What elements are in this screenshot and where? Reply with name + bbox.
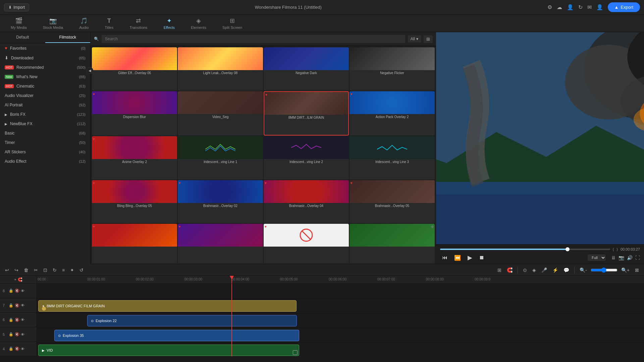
track-visible-5[interactable]: 👁 [21, 332, 24, 337]
magnet-top-button[interactable]: 🧲 [18, 277, 22, 282]
clip-vid[interactable]: ▶ VID [38, 345, 299, 356]
track-mute-5[interactable]: 🔇 [15, 332, 19, 337]
track-lock-5[interactable]: 🔒 [9, 332, 13, 337]
sidebar-item-whats-new[interactable]: New What's New (88) [0, 72, 90, 82]
sidebar-item-favorites[interactable]: ♥ Favorites (0) [0, 43, 90, 53]
sidebar-item-boris-fx[interactable]: ▶ Boris FX (123) [0, 110, 90, 119]
step-back-button[interactable]: ⏮ [440, 254, 449, 261]
sidebar-item-newblue-fx[interactable]: ▶ NewBlue FX (112) [0, 119, 90, 128]
effect-negflicker[interactable]: Negative Flicker [350, 47, 435, 91]
clip-explosion35-v2[interactable]: ⊙ Explosion 35 [54, 330, 299, 341]
zoom-slider[interactable] [591, 267, 618, 273]
effect-iridescent1[interactable]: Iridescent...ving Line 1 [178, 136, 263, 179]
export-button[interactable]: ▲ Export [608, 2, 640, 12]
sidebar-item-ar-stickers[interactable]: AR Stickers (40) [0, 147, 90, 157]
refresh-icon[interactable]: ↻ [578, 4, 583, 10]
track-lock-8[interactable]: 🔒 [9, 289, 13, 293]
scene-detect-button[interactable]: ⊙ [521, 267, 529, 273]
search-input[interactable] [102, 35, 405, 43]
track-mute-6[interactable]: 🔇 [15, 318, 19, 322]
add-track-button[interactable]: ⊞ [496, 267, 503, 273]
fit-button[interactable]: ⊠ [633, 267, 641, 273]
tab-split-screen[interactable]: ⊞ Split Screen [220, 16, 245, 31]
effect-videoseg[interactable]: Video_Seg [178, 91, 263, 136]
cut-button[interactable]: ✂ [32, 267, 40, 273]
effect-anime[interactable]: ♥ Anime Overlay 2 [92, 136, 177, 179]
undo-button[interactable]: ↩ [3, 267, 11, 273]
effect-brahmastr5[interactable]: ♥ Brahmastr...Overlay 05 [350, 180, 435, 223]
play-back-button[interactable]: ⏪ [452, 254, 463, 262]
left-tab-default[interactable]: Default [0, 32, 45, 43]
tab-transitions[interactable]: ⇄ Transitions [127, 16, 150, 31]
camera-icon[interactable]: 📷 [619, 255, 624, 260]
loop-button[interactable]: ↻ [51, 267, 58, 273]
effect-row5d[interactable]: ✛ [350, 224, 435, 263]
tab-my-media[interactable]: 🎬 My Media [8, 16, 30, 31]
monitor-icon[interactable]: 🖥 [611, 255, 616, 260]
magnet-button[interactable]: 🧲 [505, 267, 514, 273]
stop-button[interactable]: ⏹ [477, 254, 486, 261]
sidebar-item-audio-effect[interactable]: Audio Effect (12) [0, 157, 90, 166]
sidebar-item-audio-visualizer[interactable]: Audio Visualizer (25) [0, 91, 90, 100]
filter-dropdown[interactable]: All ▾ [408, 35, 421, 43]
tab-stock-media[interactable]: 📷 Stock Media [40, 16, 66, 31]
effect-glitter[interactable]: Glitter Eff...Overlay 06 [92, 47, 177, 91]
motion-button[interactable]: ↺ [78, 267, 85, 273]
track-mute-8[interactable]: 🔇 [15, 289, 19, 293]
effect-row5c[interactable]: ♥ [264, 224, 349, 263]
tab-elements[interactable]: ◈ Elements [188, 16, 209, 31]
quality-select[interactable]: Full 1/2 1/4 [588, 254, 606, 261]
left-tab-filmstock[interactable]: Filmstock [45, 32, 91, 43]
marker-button[interactable]: ◈ [531, 267, 538, 273]
crop-button[interactable]: ⊡ [42, 267, 49, 273]
tab-audio[interactable]: 🎵 Audio [76, 16, 91, 31]
grid-view-button[interactable]: ⊞ [424, 35, 433, 43]
account-icon[interactable]: 👤 [596, 4, 603, 10]
clip-8mm-grain[interactable]: ✦ 8MM DIRT ORGANIC FILM GRAIN [38, 300, 297, 312]
effects-button[interactable]: ✦ [68, 267, 76, 273]
redo-button[interactable]: ↪ [13, 267, 20, 273]
track-mute-4[interactable]: 🔇 [15, 347, 19, 351]
track-mute-7[interactable]: 🔇 [15, 303, 19, 308]
sidebar-item-downloaded[interactable]: ⬇ Downloaded (65) [0, 53, 90, 63]
effect-8mm[interactable]: ♥ 8MM DIRT...ILM GRAIN [264, 91, 349, 136]
zoom-in-button[interactable]: 🔍+ [620, 267, 631, 273]
import-button[interactable]: ⬇ Import [4, 3, 29, 11]
effect-negdark[interactable]: Negative Dark [264, 47, 349, 91]
sidebar-item-recommended[interactable]: HOT Recommended (500) [0, 63, 90, 72]
track-visible-4[interactable]: 👁 [21, 347, 24, 351]
track-lock-6[interactable]: 🔒 [9, 318, 13, 322]
volume-icon[interactable]: 🔊 [627, 255, 633, 260]
track-lock-4[interactable]: 🔒 [9, 347, 13, 351]
play-button[interactable]: ▶ [466, 253, 474, 262]
effect-lightleak[interactable]: Light Leak...Overlay 08 [178, 47, 263, 91]
cloud-icon[interactable]: ☁ [557, 4, 562, 10]
effect-brahmastr2[interactable]: ♥ Brahmastr...Overlay 02 [178, 180, 263, 223]
voiceover-button[interactable]: 💬 [562, 267, 571, 273]
effect-row5b[interactable]: ♥ [178, 224, 263, 263]
settings-icon[interactable]: ⚙ [547, 4, 552, 10]
effect-brahmastr4[interactable]: ♥ Brahmastr...Overlay 04 [264, 180, 349, 223]
tab-effects[interactable]: ✦ Effects [161, 16, 177, 31]
track-visible-6[interactable]: 👁 [21, 318, 24, 322]
tab-titles[interactable]: T Titles [102, 16, 116, 31]
delete-button[interactable]: 🗑 [22, 267, 30, 273]
clip-explosion22[interactable]: ⊙ Explosion 22 [87, 315, 297, 326]
mic-button[interactable]: 🎤 [540, 267, 549, 273]
effect-actionpack[interactable]: ♥ Action Pack Overlay 2 [350, 91, 435, 136]
effect-dispblur[interactable]: ♥ Dispersion Blur [92, 91, 177, 136]
effect-iridescent3[interactable]: Iridescent...ving Line 3 [350, 136, 435, 179]
preview-progress-bar[interactable] [440, 249, 610, 250]
sidebar-item-timer[interactable]: Timer (50) [0, 138, 90, 147]
fullscreen-icon[interactable]: ⛶ [635, 255, 640, 260]
effect-iridescent2[interactable]: Iridescent...ving Line 2 [264, 136, 349, 179]
sidebar-item-basic[interactable]: Basic (68) [0, 128, 90, 138]
track-visible-8[interactable]: 👁 [21, 289, 24, 293]
zoom-out-button[interactable]: 🔍- [578, 267, 589, 273]
sidebar-item-cinematic[interactable]: HOT Cinematic (63) [0, 82, 90, 91]
track-lock-7[interactable]: 🔒 [9, 303, 13, 308]
effect-bling[interactable]: ♥ Bling Bling...Overlay 05 [92, 180, 177, 223]
track-visible-7[interactable]: 👁 [21, 303, 24, 307]
sidebar-item-ai-portrait[interactable]: AI Portrait (92) [0, 100, 90, 110]
email-icon[interactable]: ✉ [587, 4, 592, 10]
